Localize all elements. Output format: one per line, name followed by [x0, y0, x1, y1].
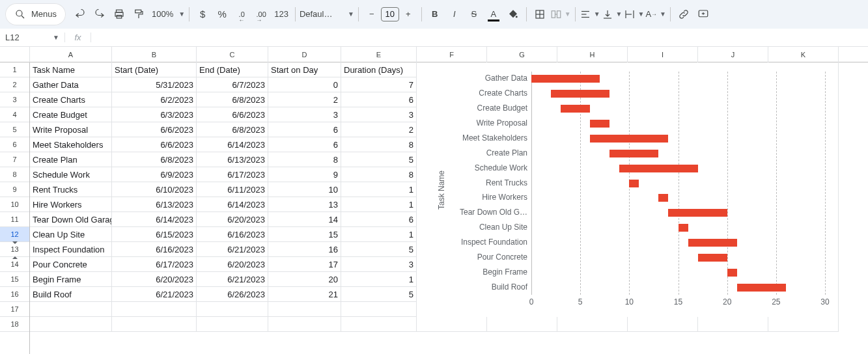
- cell[interactable]: 13: [268, 197, 341, 212]
- cell[interactable]: 10: [268, 182, 341, 197]
- column-header[interactable]: C: [197, 47, 268, 62]
- cell[interactable]: 3: [268, 107, 341, 122]
- cell[interactable]: 5: [341, 152, 417, 167]
- cell[interactable]: [768, 317, 839, 332]
- cell[interactable]: End (Date): [197, 62, 268, 77]
- cell[interactable]: 6: [341, 92, 417, 107]
- cell[interactable]: 2: [268, 92, 341, 107]
- row-header[interactable]: 12: [0, 227, 29, 242]
- row-header[interactable]: 4: [0, 107, 29, 122]
- cell[interactable]: [557, 317, 628, 332]
- font-size-input[interactable]: 10: [381, 7, 399, 21]
- cell[interactable]: 6/14/2023: [197, 197, 268, 212]
- vertical-align-button[interactable]: ▼: [602, 5, 623, 23]
- text-rotation-button[interactable]: A→▼: [645, 5, 666, 23]
- cell[interactable]: [197, 302, 268, 317]
- cell[interactable]: [30, 302, 112, 317]
- cell[interactable]: 6/8/2023: [197, 122, 268, 137]
- cell[interactable]: [268, 317, 341, 332]
- cell[interactable]: Create Charts: [30, 92, 112, 107]
- cell[interactable]: Start on Day: [268, 62, 341, 77]
- cell[interactable]: 6/20/2023: [197, 257, 268, 272]
- cell[interactable]: 15: [268, 227, 341, 242]
- cell[interactable]: [112, 317, 197, 332]
- cell[interactable]: 6/3/2023: [112, 107, 197, 122]
- cell[interactable]: 6/14/2023: [112, 212, 197, 227]
- cell[interactable]: 6/17/2023: [197, 167, 268, 182]
- row-header[interactable]: 7: [0, 152, 29, 167]
- format-percent-button[interactable]: %: [213, 5, 231, 23]
- cell[interactable]: 14: [268, 212, 341, 227]
- cell[interactable]: 6/6/2023: [197, 107, 268, 122]
- redo-button[interactable]: [91, 5, 109, 23]
- insert-link-button[interactable]: [675, 5, 693, 23]
- cell[interactable]: 7: [341, 77, 417, 92]
- cell[interactable]: [628, 317, 698, 332]
- cell[interactable]: 1: [341, 182, 417, 197]
- column-header[interactable]: J: [698, 47, 768, 62]
- italic-button[interactable]: I: [445, 5, 464, 23]
- cell[interactable]: 6/2/2023: [112, 92, 197, 107]
- cell[interactable]: 1: [341, 227, 417, 242]
- cell[interactable]: 1: [341, 197, 417, 212]
- row-header[interactable]: 5: [0, 122, 29, 137]
- cell[interactable]: [112, 302, 197, 317]
- cell[interactable]: 6/21/2023: [197, 242, 268, 257]
- cell[interactable]: 3: [341, 257, 417, 272]
- cell[interactable]: Rent Trucks: [30, 182, 112, 197]
- cell[interactable]: Clean Up Site: [30, 227, 112, 242]
- cell[interactable]: 6/13/2023: [112, 197, 197, 212]
- cells-area[interactable]: Task NameStart (Date)End (Date)Start on …: [30, 62, 868, 354]
- cell[interactable]: 1: [341, 272, 417, 287]
- decrease-font-size-button[interactable]: −: [363, 5, 381, 23]
- cell[interactable]: 6/15/2023: [112, 227, 197, 242]
- horizontal-align-button[interactable]: ▼: [580, 5, 600, 23]
- font-dropdown[interactable]: Defaul… ▼: [300, 9, 354, 19]
- column-header[interactable]: K: [768, 47, 839, 62]
- format-currency-button[interactable]: $: [193, 5, 212, 23]
- row-header[interactable]: 3: [0, 92, 29, 107]
- cell[interactable]: Tear Down Old Garage: [30, 212, 112, 227]
- cell[interactable]: 5: [341, 242, 417, 257]
- row-header[interactable]: 9: [0, 182, 29, 197]
- cell[interactable]: 8: [341, 167, 417, 182]
- cell[interactable]: Schedule Work: [30, 167, 112, 182]
- borders-button[interactable]: [531, 5, 549, 23]
- cell[interactable]: 3: [341, 107, 417, 122]
- cell[interactable]: 2: [341, 122, 417, 137]
- cell[interactable]: 6: [268, 137, 341, 152]
- cell[interactable]: 6/20/2023: [197, 212, 268, 227]
- cell[interactable]: 8: [268, 152, 341, 167]
- cell[interactable]: Meet Stakeholders: [30, 137, 112, 152]
- cell[interactable]: [341, 317, 417, 332]
- cell[interactable]: 6/9/2023: [112, 167, 197, 182]
- cell[interactable]: 6: [268, 122, 341, 137]
- cell[interactable]: 6/11/2023: [197, 182, 268, 197]
- cell[interactable]: 0: [268, 77, 341, 92]
- cell[interactable]: 6/16/2023: [197, 227, 268, 242]
- cell[interactable]: 6/21/2023: [112, 287, 197, 302]
- cell[interactable]: Task Name: [30, 62, 112, 77]
- cell[interactable]: 6/16/2023: [112, 242, 197, 257]
- cell[interactable]: 6/8/2023: [197, 92, 268, 107]
- cell[interactable]: Pour Concrete: [30, 257, 112, 272]
- row-header[interactable]: 11: [0, 212, 29, 227]
- cell[interactable]: Duration (Days): [341, 62, 417, 77]
- row-header[interactable]: 2: [0, 77, 29, 92]
- cell[interactable]: Begin Frame: [30, 272, 112, 287]
- cell[interactable]: 5: [341, 287, 417, 302]
- insert-comment-button[interactable]: [694, 5, 712, 23]
- chart[interactable]: Task Name Gather DataCreate ChartsCreate…: [417, 62, 839, 317]
- cell[interactable]: Create Plan: [30, 152, 112, 167]
- row-header[interactable]: 10: [0, 197, 29, 212]
- cell[interactable]: 6/6/2023: [112, 137, 197, 152]
- cell[interactable]: [30, 317, 112, 332]
- cell[interactable]: 6/6/2023: [112, 122, 197, 137]
- name-box[interactable]: L12 ▼: [0, 33, 65, 42]
- cell[interactable]: 21: [268, 287, 341, 302]
- cell[interactable]: 16: [268, 242, 341, 257]
- cell[interactable]: 6/17/2023: [112, 257, 197, 272]
- row-header[interactable]: 13: [0, 242, 29, 257]
- cell[interactable]: 6/7/2023: [197, 77, 268, 92]
- bold-button[interactable]: B: [426, 5, 444, 23]
